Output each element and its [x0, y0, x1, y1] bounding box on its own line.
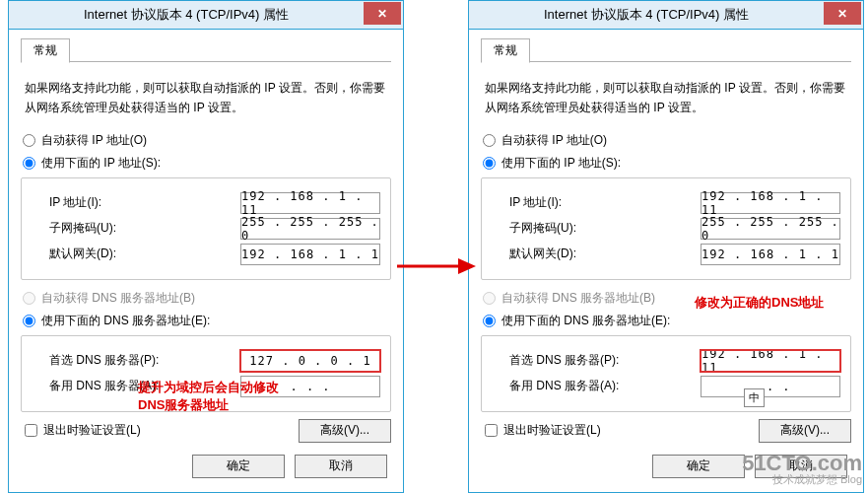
window-title: Internet 协议版本 4 (TCP/IPv4) 属性	[9, 6, 364, 24]
radio-input[interactable]	[23, 157, 35, 170]
radio-input[interactable]	[483, 315, 496, 327]
radio-label: 自动获得 DNS 服务器地址(B)	[41, 290, 195, 307]
dns-primary-field[interactable]: 192 . 168 . 1 . 11	[701, 350, 840, 372]
ime-indicator: 中	[744, 388, 765, 407]
ip-address-label: IP 地址(I):	[49, 194, 240, 211]
subnet-mask-row: 子网掩码(U): 255 . 255 . 255 . 0	[509, 218, 840, 240]
subnet-mask-field[interactable]: 255 . 255 . 255 . 0	[240, 218, 380, 240]
dns-primary-row: 首选 DNS 服务器(P): 127 . 0 . 0 . 1	[49, 350, 380, 372]
ip-address-label: IP 地址(I):	[509, 194, 701, 211]
ok-button[interactable]: 确定	[192, 455, 285, 478]
dns-primary-label: 首选 DNS 服务器(P):	[49, 352, 240, 369]
annotation-left: 提升为域控后会自动修改 DNS服务器地址	[138, 379, 279, 414]
radio-dns-manual[interactable]: 使用下面的 DNS 服务器地址(E):	[21, 313, 391, 329]
radio-input[interactable]	[483, 134, 496, 147]
tab-strip: 常规	[481, 37, 851, 62]
arrow-icon	[397, 251, 476, 284]
ok-button[interactable]: 确定	[652, 455, 745, 478]
gateway-row: 默认网关(D): 192 . 168 . 1 . 1	[49, 244, 380, 265]
close-icon[interactable]: ✕	[824, 2, 861, 25]
dns-group: 首选 DNS 服务器(P): 192 . 168 . 1 . 11 备用 DNS…	[481, 335, 851, 412]
description-text: 如果网络支持此功能，则可以获取自动指派的 IP 设置。否则，你需要从网络系统管理…	[485, 78, 847, 118]
tab-general[interactable]: 常规	[481, 38, 530, 63]
radio-ip-manual[interactable]: 使用下面的 IP 地址(S):	[481, 155, 851, 172]
dialog-buttons: 确定 取消	[481, 455, 847, 478]
tab-general[interactable]: 常规	[21, 38, 70, 63]
radio-label: 自动获得 IP 地址(O)	[501, 132, 607, 149]
cancel-button[interactable]: 取消	[755, 455, 847, 478]
radio-input	[483, 292, 496, 305]
ip-address-field[interactable]: 192 . 168 . 1 . 11	[240, 192, 380, 214]
ipv4-properties-dialog: Internet 协议版本 4 (TCP/IPv4) 属性 ✕ 常规 如果网络支…	[468, 0, 864, 493]
radio-ip-auto[interactable]: 自动获得 IP 地址(O)	[481, 132, 851, 149]
ip-address-field[interactable]: 192 . 168 . 1 . 11	[701, 192, 840, 214]
gateway-field[interactable]: 192 . 168 . 1 . 1	[240, 244, 380, 265]
radio-ip-manual[interactable]: 使用下面的 IP 地址(S):	[21, 155, 391, 172]
radio-dns-manual[interactable]: 使用下面的 DNS 服务器地址(E):	[481, 313, 851, 329]
advanced-button[interactable]: 高级(V)...	[299, 419, 391, 443]
dns-alt-field[interactable]: . . .	[701, 376, 840, 397]
annotation-right: 修改为正确的DNS地址	[695, 294, 824, 312]
dialog-buttons: 确定 取消	[21, 455, 387, 478]
gateway-label: 默认网关(D):	[509, 246, 701, 262]
subnet-mask-field[interactable]: 255 . 255 . 255 . 0	[701, 218, 840, 240]
titlebar: Internet 协议版本 4 (TCP/IPv4) 属性 ✕	[9, 1, 403, 30]
checkbox-label: 退出时验证设置(L)	[43, 422, 141, 439]
window-title: Internet 协议版本 4 (TCP/IPv4) 属性	[469, 6, 824, 24]
checkbox-input[interactable]	[485, 424, 498, 437]
dns-primary-label: 首选 DNS 服务器(P):	[509, 352, 701, 369]
gateway-field[interactable]: 192 . 168 . 1 . 1	[701, 244, 840, 265]
svg-marker-1	[458, 258, 476, 274]
gateway-row: 默认网关(D): 192 . 168 . 1 . 1	[509, 244, 840, 265]
subnet-mask-label: 子网掩码(U):	[509, 220, 701, 237]
radio-input[interactable]	[23, 315, 35, 327]
radio-dns-auto[interactable]: 自动获得 DNS 服务器地址(B)	[21, 290, 391, 307]
ipv4-properties-dialog: Internet 协议版本 4 (TCP/IPv4) 属性 ✕ 常规 如果网络支…	[8, 0, 404, 493]
radio-ip-auto[interactable]: 自动获得 IP 地址(O)	[21, 132, 391, 149]
radio-label: 使用下面的 IP 地址(S):	[501, 155, 621, 172]
dns-primary-row: 首选 DNS 服务器(P): 192 . 168 . 1 . 11	[509, 350, 840, 372]
tab-strip: 常规	[21, 37, 391, 62]
dns-alt-row: 备用 DNS 服务器(A): . . .	[509, 376, 840, 397]
ip-group: IP 地址(I): 192 . 168 . 1 . 11 子网掩码(U): 25…	[21, 177, 391, 280]
radio-label: 使用下面的 DNS 服务器地址(E):	[41, 313, 210, 329]
advanced-button[interactable]: 高级(V)...	[759, 419, 851, 443]
titlebar: Internet 协议版本 4 (TCP/IPv4) 属性 ✕	[469, 1, 863, 30]
cancel-button[interactable]: 取消	[295, 455, 387, 478]
radio-input[interactable]	[23, 134, 35, 147]
checkbox-input[interactable]	[25, 424, 37, 437]
radio-label: 使用下面的 DNS 服务器地址(E):	[501, 313, 670, 329]
close-icon[interactable]: ✕	[364, 2, 401, 25]
gateway-label: 默认网关(D):	[49, 246, 240, 262]
checkbox-label: 退出时验证设置(L)	[503, 422, 601, 439]
dns-alt-label: 备用 DNS 服务器(A):	[509, 378, 701, 394]
subnet-mask-row: 子网掩码(U): 255 . 255 . 255 . 0	[49, 218, 380, 240]
ip-address-row: IP 地址(I): 192 . 168 . 1 . 11	[49, 192, 380, 214]
radio-label: 自动获得 DNS 服务器地址(B)	[501, 290, 655, 307]
radio-input	[23, 292, 35, 305]
subnet-mask-label: 子网掩码(U):	[49, 220, 240, 237]
description-text: 如果网络支持此功能，则可以获取自动指派的 IP 设置。否则，你需要从网络系统管理…	[25, 78, 387, 118]
ip-address-row: IP 地址(I): 192 . 168 . 1 . 11	[509, 192, 840, 214]
radio-label: 自动获得 IP 地址(O)	[41, 132, 147, 149]
radio-label: 使用下面的 IP 地址(S):	[41, 155, 161, 172]
dns-primary-field[interactable]: 127 . 0 . 0 . 1	[240, 350, 380, 372]
ip-group: IP 地址(I): 192 . 168 . 1 . 11 子网掩码(U): 25…	[481, 177, 851, 280]
radio-input[interactable]	[483, 157, 496, 170]
